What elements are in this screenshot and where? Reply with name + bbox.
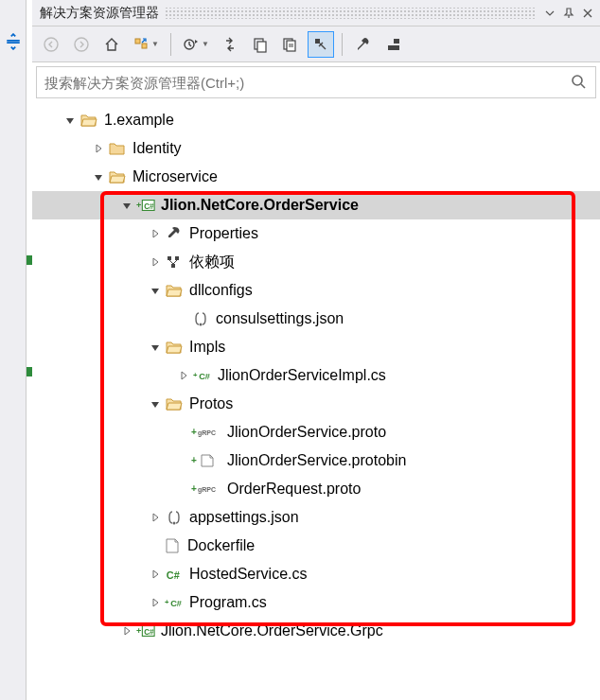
tree-node-impls[interactable]: Impls [32,333,600,361]
track-active-button[interactable] [308,31,334,58]
node-label: Jlion.NetCore.OrderService.Grpc [161,622,383,639]
svg-text:C#: C# [170,599,182,608]
tree-node-microservice[interactable]: Microservice [32,163,600,191]
svg-text:+: + [191,483,197,494]
left-gutter [0,0,26,700]
tree-node-protos[interactable]: Protos [32,390,600,418]
collapse-all-button[interactable] [247,31,274,58]
sync-button[interactable] [217,31,243,58]
node-label: Jlion.NetCore.OrderService [161,197,359,214]
svg-text:C#: C# [199,372,210,381]
svg-text:gRPC: gRPC [198,429,216,437]
tree-node-program[interactable]: +C# Program.cs [32,588,600,617]
svg-rect-2 [135,39,140,44]
solution-tree[interactable]: 1.example Identity Microservice +C# Jlio… [32,102,600,700]
expander-icon[interactable] [119,623,134,639]
grpc-icon: +gRPC [191,424,221,441]
tree-node-hostedservice[interactable]: C# HostedService.cs [32,560,600,588]
tree-node-dllconfigs[interactable]: dllconfigs [32,276,600,305]
tree-node-proto2[interactable]: +gRPC OrderRequest.proto [32,475,600,503]
svg-text:+: + [136,201,141,210]
node-label: Microservice [132,168,218,185]
search-bar[interactable] [36,66,596,98]
tree-node-consulsettings[interactable]: consulsettings.json [32,305,600,333]
svg-rect-6 [257,42,266,52]
grpc-icon: +gRPC [191,481,221,498]
node-label: appsettings.json [189,509,299,526]
toolbar-separator [170,33,171,56]
collapse-icon[interactable] [5,33,22,50]
tree-node-example[interactable]: 1.example [32,106,600,134]
folder-open-icon [79,112,98,129]
node-label: Dockerfile [187,537,255,554]
expander-icon[interactable] [62,113,78,128]
node-label: Properties [189,225,258,242]
forward-button[interactable] [68,31,95,58]
wrench-icon [165,225,184,242]
node-label: JlionOrderService.protobin [227,452,406,469]
tree-node-impl-cs[interactable]: +C# JlionOrderServiceImpl.cs [32,361,600,390]
folder-open-icon [165,339,184,356]
chevron-down-icon: ▼ [202,40,209,48]
svg-text:C#: C# [167,569,180,581]
node-label: Protos [189,395,233,412]
properties-button[interactable] [350,31,377,58]
tree-node-identity[interactable]: Identity [32,134,600,163]
expander-icon[interactable] [148,340,163,355]
tree-node-grpc-project[interactable]: +C# Jlion.NetCore.OrderService.Grpc [32,617,600,645]
node-label: 依赖项 [189,253,235,272]
folder-open-icon [108,168,127,185]
expander-icon[interactable] [148,567,163,582]
svg-point-19 [200,324,203,326]
panel-title: 解决方案资源管理器 [40,5,159,22]
expander-icon[interactable] [148,254,163,270]
expander-icon[interactable] [148,283,163,298]
expander-icon[interactable] [119,198,134,213]
pending-changes-button[interactable]: ▼ [179,31,213,58]
expander-icon[interactable] [91,169,106,184]
switch-views-button[interactable]: ▼ [129,31,163,58]
expander-icon[interactable] [148,226,163,241]
json-icon [191,310,210,327]
tree-node-protobin[interactable]: + JlionOrderService.protobin [32,446,600,475]
close-icon[interactable] [579,5,596,22]
svg-text:+: + [165,598,169,606]
node-label: 1.example [104,112,174,129]
node-label: OrderRequest.proto [227,481,361,498]
expander-icon[interactable] [176,368,191,383]
expander-icon[interactable] [148,595,163,610]
search-input[interactable] [44,75,571,91]
tree-node-dependencies[interactable]: 依赖项 [32,248,600,276]
node-label: HostedService.cs [189,566,308,583]
svg-point-12 [573,76,582,85]
back-button[interactable] [38,31,64,58]
titlebar-grip[interactable] [165,8,536,19]
svg-text:+: + [193,371,198,379]
node-label: JlionOrderService.proto [227,424,386,441]
tree-node-appsettings[interactable]: appsettings.json [32,503,600,532]
preview-button[interactable] [380,31,407,58]
svg-text:+: + [136,626,141,636]
tree-node-orderservice[interactable]: +C# Jlion.NetCore.OrderService [32,191,600,219]
tree-node-properties[interactable]: Properties [32,219,600,248]
show-all-files-button[interactable] [277,31,304,58]
file-icon [163,537,182,554]
expander-icon[interactable] [148,510,163,525]
dropdown-icon[interactable] [541,5,558,22]
tree-node-dockerfile[interactable]: Dockerfile [32,532,600,560]
svg-rect-16 [168,256,171,260]
dependencies-icon [165,254,184,271]
tree-node-proto1[interactable]: +gRPC JlionOrderService.proto [32,418,600,446]
pin-icon[interactable] [560,5,577,22]
expander-icon[interactable] [91,141,106,156]
cs-file-icon: +C# [193,367,212,384]
svg-rect-3 [142,44,147,48]
svg-text:C#: C# [144,628,154,637]
cs-file-icon: C# [165,566,184,583]
csproj-icon: +C# [136,622,155,639]
toolbar: ▼ ▼ [32,26,600,62]
search-icon[interactable] [571,74,588,91]
home-button[interactable] [98,31,125,58]
expander-icon[interactable] [148,396,163,411]
svg-rect-17 [175,256,179,260]
